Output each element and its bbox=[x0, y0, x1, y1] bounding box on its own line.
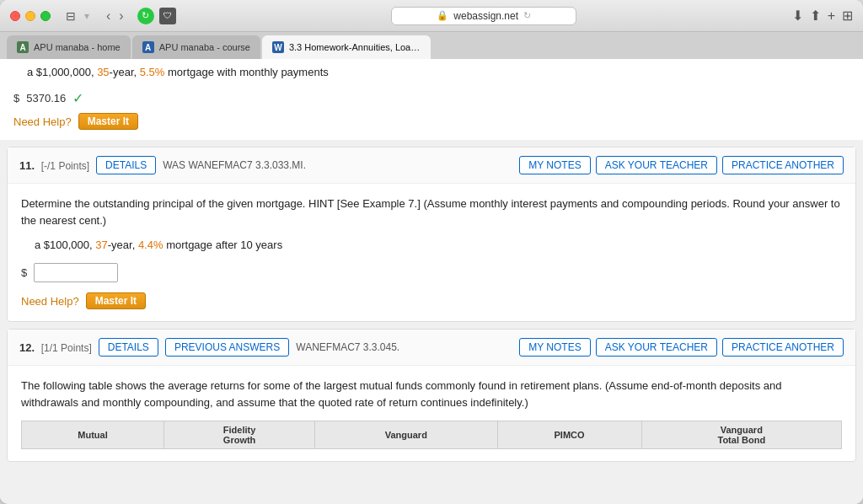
problem-11-formula: a $100,000, 37-year, 4.4% mortgage after… bbox=[21, 239, 842, 251]
problem-12-body: The following table shows the average re… bbox=[8, 366, 855, 461]
problem-11-num-text: 11. bbox=[19, 159, 35, 172]
problem-11-ask-teacher-button[interactable]: ASK YOUR TEACHER bbox=[596, 156, 717, 174]
problem-11-points: [-/1 Points] bbox=[41, 160, 89, 172]
tab-favicon-2: A bbox=[142, 41, 154, 53]
prev-formula-text-3: mortgage with monthly payments bbox=[164, 66, 328, 78]
back-button[interactable]: ‹ bbox=[103, 7, 114, 25]
refresh-small-icon: ↻ bbox=[523, 10, 531, 21]
tab-apu-home[interactable]: A APU manaba - home bbox=[7, 35, 131, 59]
maximize-button[interactable] bbox=[40, 11, 51, 21]
tab-homework[interactable]: W 3.3 Homework-Annuities, Loans, & Bonds… bbox=[262, 35, 431, 59]
problem-12-prev-answers-button[interactable]: PREVIOUS ANSWERS bbox=[165, 338, 289, 357]
problem-12-num-text: 12. bbox=[19, 341, 35, 354]
problem-11-details-button[interactable]: DETAILS bbox=[96, 156, 156, 174]
p11-year-highlight: 37 bbox=[95, 239, 107, 251]
problem-12-details-button[interactable]: DETAILS bbox=[99, 338, 158, 357]
prev-year-highlight: 35 bbox=[97, 66, 109, 78]
p11-formula-end: mortgage after 10 years bbox=[163, 239, 283, 251]
sidebar-toggle-button[interactable]: ⊟ bbox=[61, 8, 81, 24]
forward-button[interactable]: › bbox=[115, 7, 126, 25]
prev-need-help-bar: Need Help? Master It bbox=[13, 113, 850, 130]
problem-11-section: 11. [-/1 Points] DETAILS WAS WANEFMAC7 3… bbox=[7, 147, 856, 322]
address-bar-section: 🔒 webassign.net ↻ bbox=[183, 7, 785, 25]
page-content: a $1,000,000, 35-year, 5.5% mortgage wit… bbox=[0, 59, 863, 504]
p11-rate-highlight: 4.4% bbox=[138, 239, 163, 251]
problem-12-header-buttons: MY NOTES ASK YOUR TEACHER PRACTICE ANOTH… bbox=[519, 338, 844, 357]
shield-icon: 🛡 bbox=[159, 8, 176, 24]
tab-label-3: 3.3 Homework-Annuities, Loans, & Bonds -… bbox=[289, 42, 421, 52]
problem-11-answer-input[interactable] bbox=[34, 263, 118, 282]
p11-dollar-sign: $ bbox=[21, 266, 27, 279]
check-icon: ✓ bbox=[72, 90, 83, 106]
sidebar-toggle-group: ⊟ ▾ bbox=[61, 8, 89, 24]
tab-favicon-3: W bbox=[272, 41, 284, 53]
close-button[interactable] bbox=[10, 11, 20, 21]
prev-formula-text-2: -year, bbox=[110, 66, 140, 78]
new-tab-button[interactable]: + bbox=[828, 8, 835, 24]
problem-12-practice-button[interactable]: PRACTICE ANOTHER bbox=[722, 338, 844, 357]
problem-12-number: 12. [1/1 Points] bbox=[19, 341, 92, 354]
table-header-fidelity: FidelityGrowth bbox=[164, 421, 315, 449]
problem-12-section: 12. [1/1 Points] DETAILS PREVIOUS ANSWER… bbox=[7, 329, 856, 462]
extensions-button[interactable]: ⊞ bbox=[842, 8, 853, 24]
tabs-bar: A APU manaba - home A APU manaba - cours… bbox=[0, 32, 863, 59]
problem-12-ask-teacher-button[interactable]: ASK YOUR TEACHER bbox=[596, 338, 717, 357]
p11-need-help-label: Need Help? bbox=[21, 295, 79, 308]
tab-label-2: APU manaba - course bbox=[159, 42, 250, 52]
prev-need-help-label: Need Help? bbox=[13, 115, 72, 128]
refresh-icon: ↻ bbox=[142, 10, 149, 21]
traffic-lights bbox=[10, 11, 51, 21]
table-header-vanguard: Vanguard bbox=[315, 421, 497, 449]
toolbar-right: ⬇ ⬆ + ⊞ bbox=[792, 8, 853, 24]
tab-favicon-1: A bbox=[17, 41, 29, 53]
lock-icon: 🔒 bbox=[437, 10, 448, 21]
download-button[interactable]: ⬇ bbox=[792, 8, 803, 24]
shield-symbol: 🛡 bbox=[163, 11, 172, 20]
tab-label-1: APU manaba - home bbox=[34, 42, 121, 52]
problem-11-my-notes-button[interactable]: MY NOTES bbox=[519, 156, 590, 174]
refresh-button[interactable]: ↻ bbox=[137, 8, 154, 24]
problem-11-code: WAS WANEFMAC7 3.3.033.MI. bbox=[163, 159, 512, 171]
tab-apu-course[interactable]: A APU manaba - course bbox=[132, 35, 260, 59]
problem-11-description: Determine the outstanding principal of t… bbox=[21, 196, 842, 228]
nav-buttons: ‹ › bbox=[103, 7, 127, 25]
problem-12-points: [1/1 Points] bbox=[41, 342, 92, 354]
problem-12-description: The following table shows the average re… bbox=[21, 378, 842, 410]
url-text: webassign.net bbox=[453, 10, 518, 22]
problem-11-body: Determine the outstanding principal of t… bbox=[8, 184, 855, 321]
problem-11-header-buttons: MY NOTES ASK YOUR TEACHER PRACTICE ANOTH… bbox=[519, 156, 844, 174]
problem-12-header: 12. [1/1 Points] DETAILS PREVIOUS ANSWER… bbox=[8, 330, 855, 366]
browser-window: ⊟ ▾ ‹ › ↻ 🛡 🔒 webassign.net ↻ ⬇ bbox=[0, 0, 863, 504]
address-bar[interactable]: 🔒 webassign.net ↻ bbox=[391, 7, 576, 25]
problem-11-practice-button[interactable]: PRACTICE ANOTHER bbox=[722, 156, 844, 174]
prev-rate-highlight: 5.5% bbox=[140, 66, 165, 78]
prev-formula-text-1: a $1,000,000, bbox=[27, 66, 97, 78]
problem-12-my-notes-button[interactable]: MY NOTES bbox=[519, 338, 590, 357]
divider: ▾ bbox=[84, 10, 89, 22]
p11-formula-prefix: a $100,000, bbox=[35, 239, 95, 251]
share-button[interactable]: ⬆ bbox=[810, 8, 821, 24]
problem-11-answer-row: $ bbox=[21, 263, 842, 282]
browser-controls: ↻ 🛡 bbox=[137, 8, 176, 24]
prev-answer-area: a $1,000,000, 35-year, 5.5% mortgage wit… bbox=[0, 59, 863, 140]
problem-11-header: 11. [-/1 Points] DETAILS WAS WANEFMAC7 3… bbox=[8, 147, 855, 184]
minimize-button[interactable] bbox=[25, 11, 35, 21]
prev-answer-line: $ 5370.16 ✓ bbox=[13, 90, 850, 106]
prev-mortgage-formula: a $1,000,000, 35-year, 5.5% mortgage wit… bbox=[13, 66, 850, 78]
prev-answer-value: 5370.16 bbox=[26, 92, 66, 105]
prev-dollar-sign: $ bbox=[13, 92, 19, 105]
p11-need-help-bar: Need Help? Master It bbox=[21, 292, 842, 309]
prev-master-it-button[interactable]: Master It bbox=[78, 113, 138, 130]
table-header-mutual: Mutual bbox=[22, 421, 164, 449]
titlebar: ⊟ ▾ ‹ › ↻ 🛡 🔒 webassign.net ↻ ⬇ bbox=[0, 0, 863, 32]
p11-master-it-button[interactable]: Master It bbox=[86, 292, 146, 309]
problem-12-code: WANEFMAC7 3.3.045. bbox=[296, 341, 512, 353]
problem-12-table: Mutual FidelityGrowth Vanguard PIMCO Van… bbox=[21, 421, 842, 449]
problem-11-number: 11. [-/1 Points] bbox=[19, 159, 89, 172]
p11-formula-mid: -year, bbox=[108, 239, 138, 251]
table-header-vanguard-total: VanguardTotal Bond bbox=[641, 421, 841, 449]
table-header-pimco: PIMCO bbox=[497, 421, 641, 449]
